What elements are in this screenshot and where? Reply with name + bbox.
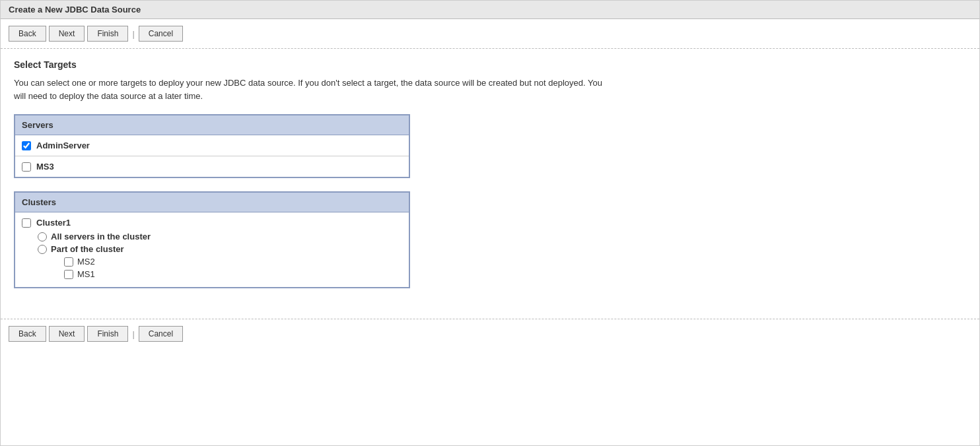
- ms3-row: MS3: [15, 156, 409, 177]
- next-button-top[interactable]: Next: [49, 26, 85, 42]
- part-of-cluster-radio-row: Part of the cluster: [38, 244, 402, 254]
- sub-checkboxes: MS2 MS1: [38, 257, 402, 279]
- ms1-checkbox[interactable]: [64, 270, 73, 279]
- section-title: Select Targets: [14, 59, 966, 70]
- part-of-cluster-label[interactable]: Part of the cluster: [51, 244, 124, 254]
- servers-table-header: Servers: [15, 115, 409, 135]
- page-wrapper: Create a New JDBC Data Source Back Next …: [0, 0, 980, 446]
- cluster-options: All servers in the cluster Part of the c…: [22, 232, 402, 279]
- all-servers-radio-row: All servers in the cluster: [38, 232, 402, 241]
- back-button-top[interactable]: Back: [9, 26, 46, 42]
- finish-button-top[interactable]: Finish: [87, 26, 128, 42]
- page-title-bar: Create a New JDBC Data Source: [1, 1, 979, 19]
- cluster1-section: Cluster1 All servers in the cluster Part…: [15, 212, 409, 287]
- description-text: You can select one or more targets to de…: [14, 77, 608, 102]
- cluster1-checkbox[interactable]: [22, 218, 31, 228]
- ms3-label[interactable]: MS3: [36, 162, 54, 172]
- all-servers-label[interactable]: All servers in the cluster: [51, 232, 151, 241]
- ms1-label[interactable]: MS1: [77, 269, 95, 279]
- back-button-bottom[interactable]: Back: [9, 326, 46, 342]
- finish-button-bottom[interactable]: Finish: [87, 326, 128, 342]
- ms2-row: MS2: [64, 257, 402, 267]
- ms1-row: MS1: [64, 269, 402, 279]
- cluster1-label[interactable]: Cluster1: [36, 218, 71, 228]
- all-servers-radio[interactable]: [38, 232, 47, 241]
- clusters-table-header: Clusters: [15, 193, 409, 212]
- admin-server-checkbox[interactable]: [22, 141, 31, 150]
- page-title: Create a New JDBC Data Source: [9, 5, 141, 15]
- top-toolbar: Back Next Finish | Cancel: [1, 19, 979, 49]
- cancel-button-bottom[interactable]: Cancel: [139, 326, 183, 342]
- next-button-bottom[interactable]: Next: [49, 326, 85, 342]
- part-of-cluster-radio[interactable]: [38, 245, 47, 254]
- admin-server-label[interactable]: AdminServer: [36, 141, 90, 150]
- ms2-label[interactable]: MS2: [77, 257, 95, 267]
- servers-table: Servers AdminServer MS3: [14, 114, 410, 178]
- clusters-table: Clusters Cluster1 All servers in the clu…: [14, 191, 410, 288]
- bottom-toolbar: Back Next Finish | Cancel: [1, 319, 979, 348]
- cluster1-name-row: Cluster1: [22, 218, 402, 228]
- admin-server-row: AdminServer: [15, 135, 409, 156]
- ms3-checkbox[interactable]: [22, 162, 31, 172]
- ms2-checkbox[interactable]: [64, 257, 73, 267]
- content-area: Select Targets You can select one or mor…: [1, 49, 979, 312]
- cancel-button-top[interactable]: Cancel: [139, 26, 183, 42]
